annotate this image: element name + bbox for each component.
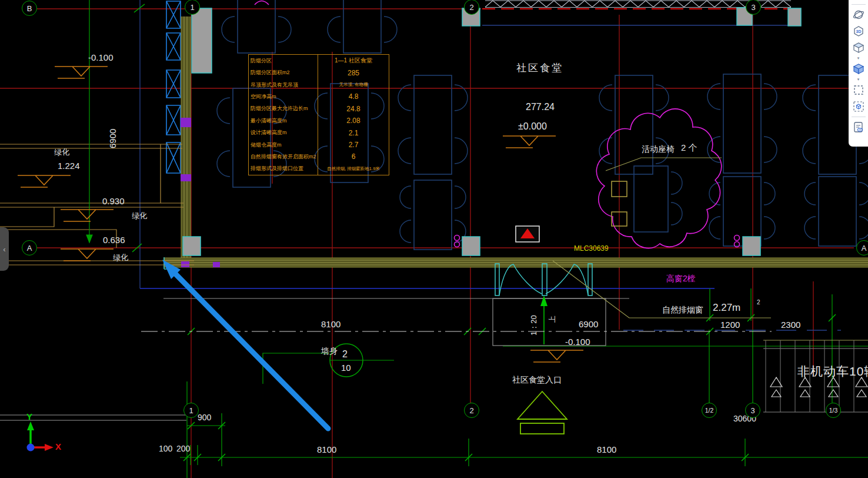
toolbar-divider	[852, 117, 866, 117]
dim-8100-mid: 8100	[321, 320, 340, 328]
dim-6900-entry: 6900	[579, 320, 598, 328]
level-1224: 1.224	[58, 161, 80, 170]
dropdown-caret-icon[interactable]: ▾	[851, 77, 866, 82]
truss-zigzag	[485, 1, 791, 7]
smoke-window-area: 2.27m	[713, 303, 740, 313]
table-row: 空间净高m4.8	[249, 91, 389, 102]
movable-seats-count: 2 个	[681, 143, 697, 152]
wall-detail-label: 墙身	[321, 347, 338, 355]
table-row: 防烟分区最大允许边长m24.8	[249, 103, 389, 115]
level-minus100-entry: -0.100	[565, 337, 590, 346]
grid-lines-red	[0, 9, 868, 478]
dim-8100-bottom-left: 8100	[317, 445, 336, 454]
smoke-window-label: 自然排烟窗	[662, 306, 703, 314]
table-row: 最小清晰高度m2.08	[249, 115, 389, 127]
high-window-label: 高窗2樘	[666, 274, 696, 283]
table-row: 防烟分区面积m2285	[249, 67, 389, 78]
smoke-control-table: 防烟分区1—1 社区食堂 防烟分区面积m2285 吊顶形式及有无吊顶无吊顶, 有…	[248, 54, 389, 175]
wall-block-purple	[213, 262, 220, 267]
grid-bubble-1-2: 1/2	[702, 403, 717, 418]
toolbar-divider	[852, 4, 866, 5]
up-direction-label: 上	[549, 316, 556, 323]
grid-bubble-A-left: A	[22, 240, 37, 255]
wall-block-purple	[181, 261, 189, 267]
dimension-leaders	[141, 261, 772, 331]
level-0930: 0.930	[102, 197, 125, 205]
dim-8100-bottom-right: 8100	[597, 445, 616, 454]
box-3d-icon[interactable]: 3D	[851, 24, 866, 39]
dim-200: 200	[176, 444, 190, 453]
grid-bubble-A-right: A	[856, 240, 868, 255]
dim-100: 100	[159, 444, 172, 453]
entry-label: 社区食堂入口	[512, 376, 562, 384]
table-row: 排烟形式及排烟口位置自然排烟, 排烟窗距地1.9米	[249, 163, 389, 175]
ucs-y-label: Y	[26, 412, 32, 421]
grid-bubble-1-bottom: 1	[183, 403, 199, 418]
grid-bubble-2-top: 2	[464, 0, 479, 15]
dropdown-caret-icon[interactable]: ▾	[851, 56, 866, 61]
room-title: 社区食堂	[516, 63, 563, 73]
ucs-icon	[27, 421, 54, 452]
detail-sheet: 10	[341, 363, 351, 372]
grid-bubble-B: B	[22, 1, 37, 16]
grid-bubble-3-bottom: 3	[745, 403, 760, 418]
table-row: 储烟仓高度m2.7	[249, 139, 389, 151]
movable-seats-label: 活动座椅	[642, 145, 675, 153]
table-row: 设计清晰高度m2.1	[249, 127, 389, 138]
cube-filled-icon[interactable]	[851, 61, 866, 77]
svg-text:3D: 3D	[856, 29, 861, 34]
bike-parking-label: 非机动车10辆	[797, 365, 868, 377]
wall-block-purple	[181, 174, 191, 181]
dim-2300: 2300	[781, 320, 800, 329]
cloud-contents	[606, 158, 722, 226]
greenery-label: 绿化	[54, 148, 69, 156]
entrance-area	[163, 296, 629, 434]
dim-900: 900	[198, 413, 211, 421]
greenery-label: 绿化	[132, 212, 147, 220]
column-hatch-boxes	[166, 1, 181, 173]
grid-bubble-1-3: 1/3	[826, 403, 841, 418]
level-0636: 0.636	[103, 235, 125, 244]
level-zero: ±0.000	[518, 122, 547, 131]
selection-box-icon[interactable]	[851, 82, 866, 98]
table-row: 自然排烟窗有效开启面积m26	[249, 151, 389, 162]
grid-bubble-2-bottom: 2	[464, 403, 479, 418]
dim-1200: 1200	[720, 320, 740, 329]
view-toolbar: 3D ▾ ▾	[849, 0, 868, 147]
cube-outline-icon[interactable]	[851, 40, 866, 55]
chevron-left-icon: ‹	[3, 245, 5, 254]
panel-collapse-tab[interactable]: ‹	[0, 227, 9, 271]
slope-label: 1：20	[530, 315, 538, 336]
cad-viewport[interactable]: 防烟分区1—1 社区食堂 防烟分区面积m2285 吊顶形式及有无吊顶无吊顶, 有…	[0, 0, 868, 478]
warning-triangle-symbol	[516, 226, 539, 242]
level-277: 277.24	[526, 102, 555, 112]
grid-bubble-1-top: 1	[185, 0, 200, 15]
smoke-window-area-exponent: 2	[757, 299, 760, 306]
table-row: 防烟分区1—1 社区食堂	[249, 55, 389, 67]
wall-block-purple	[181, 118, 191, 127]
orbit-icon[interactable]	[851, 7, 866, 22]
isolate-cube-icon[interactable]	[851, 99, 866, 114]
dim-6900-left: 6900	[108, 129, 117, 148]
grid-bubble-3-top: 3	[746, 0, 761, 15]
greenery-label: 绿化	[113, 254, 128, 261]
ucs-x-label: X	[55, 442, 61, 451]
view-list-eye-icon[interactable]	[851, 120, 866, 135]
door-code: MLC30639	[574, 245, 609, 252]
level-minus100-left: -0.100	[88, 53, 113, 62]
detail-number: 2	[342, 350, 348, 359]
drawing-linework	[0, 0, 868, 478]
blue-lines	[140, 0, 841, 330]
table-row: 吊顶形式及有无吊顶无吊顶, 有格栅	[249, 79, 389, 91]
truss-hatch	[485, 1, 791, 8]
